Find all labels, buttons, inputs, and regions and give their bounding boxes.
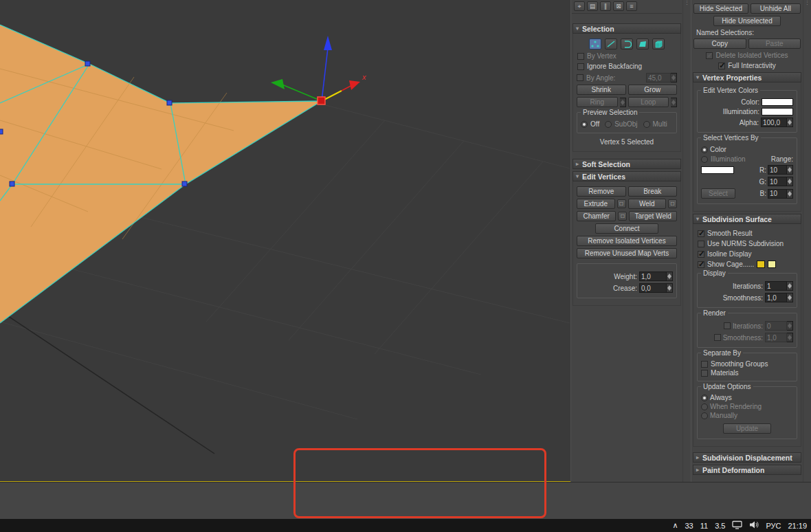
update-always-radio[interactable] — [701, 395, 708, 401]
vertex-illumination-swatch[interactable] — [762, 108, 793, 115]
smooth-result-checkbox[interactable]: Smooth Result — [698, 230, 797, 237]
by-angle-spinner[interactable] — [646, 73, 677, 82]
select-by-color-swatch[interactable] — [701, 166, 734, 174]
cage-selected-color-swatch[interactable] — [768, 261, 776, 268]
extrude-button[interactable]: Extrude — [577, 199, 615, 209]
break-button[interactable]: Break — [628, 186, 678, 197]
soft-selection-rollout-header[interactable]: ▸ Soft Selection — [573, 159, 681, 169]
display-smoothness-spinner[interactable] — [765, 293, 793, 302]
hide-unselected-button[interactable]: Hide Unselected — [713, 16, 781, 26]
by-angle-checkbox[interactable]: By Angle: — [577, 74, 615, 82]
range-b-spinner[interactable]: B: — [760, 189, 793, 199]
pin-stack-icon[interactable]: ⌖ — [574, 1, 585, 11]
full-interactivity-checkbox[interactable]: Full Interactivity — [694, 62, 800, 69]
materials-checkbox[interactable]: Materials — [701, 369, 793, 377]
alpha-spinner[interactable] — [761, 118, 793, 127]
checkbox-box — [698, 230, 704, 237]
edit-vertices-rollout-header[interactable]: ▾ Edit Vertices — [573, 171, 681, 181]
select-by-illumination-radio[interactable] — [701, 156, 708, 163]
loop-button[interactable]: Loop — [628, 97, 669, 107]
unhide-all-button[interactable]: Unhide All — [751, 3, 801, 14]
subobject-level-icons — [577, 38, 677, 49]
polygon-mode-icon[interactable] — [636, 38, 649, 49]
preview-off-radio[interactable] — [581, 121, 588, 128]
element-mode-icon[interactable] — [652, 38, 665, 49]
weld-settings-icon[interactable]: □ — [668, 199, 677, 208]
vertex-mode-icon[interactable] — [589, 38, 601, 49]
ignore-backfacing-checkbox[interactable]: Ignore Backfacing — [577, 63, 676, 70]
shrink-button[interactable]: Shrink — [577, 85, 626, 95]
hide-selected-button[interactable]: Hide Selected — [693, 3, 748, 14]
remove-modifier-icon[interactable]: ⊠ — [613, 1, 624, 11]
target-weld-button[interactable]: Target Weld — [629, 211, 677, 221]
render-smoothness-spinner[interactable] — [765, 333, 793, 342]
panel-scrollbar[interactable]: ⋮ — [682, 0, 691, 482]
tray-counter-2[interactable]: 11 — [700, 522, 708, 530]
show-end-result-icon[interactable]: ▤ — [587, 1, 598, 11]
update-button[interactable]: Update — [723, 423, 771, 434]
vertex-color-swatch[interactable] — [762, 98, 793, 106]
select-vertices-by-group: Select Vertices By Color Illumination Ra… — [697, 137, 797, 204]
crease-spinner[interactable] — [639, 283, 673, 293]
smoothing-groups-checkbox[interactable]: Smoothing Groups — [701, 360, 793, 368]
subdivision-displacement-rollout-header[interactable]: ▸ Subdivision Displacement — [693, 452, 801, 463]
taskbar-hidden-icons-chevron[interactable]: ∧ — [672, 521, 678, 530]
select-by-color-radio[interactable] — [701, 146, 708, 153]
update-when-rendering-radio[interactable] — [701, 403, 708, 410]
extrude-settings-icon[interactable]: □ — [617, 199, 626, 208]
paste-button[interactable]: Paste — [748, 38, 801, 49]
language-indicator[interactable]: РУС — [766, 522, 781, 530]
volume-icon[interactable] — [749, 520, 759, 531]
cage-color-swatch[interactable] — [757, 261, 765, 268]
show-cage-checkbox[interactable]: Show Cage...... — [698, 261, 797, 268]
subdivision-surface-rollout: ▾ Subdivision Surface Smooth Result Use … — [693, 214, 801, 447]
panel-scrollbar[interactable]: ⋮ — [803, 0, 811, 482]
configure-modifier-sets-icon[interactable]: ≡ — [626, 1, 637, 11]
ring-button[interactable]: Ring — [577, 97, 618, 107]
radio-label: Off — [590, 120, 599, 128]
rollout-title: Subdivision Surface — [702, 215, 772, 223]
range-g-spinner[interactable]: G: — [759, 177, 793, 186]
update-manually-radio[interactable] — [701, 412, 708, 419]
isoline-display-checkbox[interactable]: Isoline Display — [698, 250, 797, 258]
paint-deformation-rollout-header[interactable]: ▸ Paint Deformation — [693, 465, 801, 475]
delete-isolated-vertices-checkbox[interactable]: Delete Isolated Vertices — [694, 52, 800, 59]
selected-vertex[interactable] — [318, 97, 325, 104]
grow-button[interactable]: Grow — [628, 85, 678, 95]
display-iterations-spinner[interactable] — [765, 281, 793, 291]
selection-rollout-header[interactable]: ▾ Selection — [573, 23, 681, 34]
clock[interactable]: 21:19 — [788, 522, 807, 530]
range-r-spinner[interactable]: R: — [759, 165, 793, 175]
use-nurms-checkbox[interactable]: Use NURMS Subdivision — [698, 240, 797, 247]
loop-spinner[interactable] — [671, 98, 677, 107]
preview-multi-radio[interactable] — [643, 121, 650, 128]
rollout-title: Selection — [582, 25, 614, 33]
chamfer-settings-icon[interactable]: □ — [618, 212, 627, 221]
render-iterations-spinner[interactable] — [765, 321, 793, 331]
chamfer-button[interactable]: Chamfer — [577, 211, 616, 221]
border-mode-icon[interactable] — [621, 38, 633, 49]
radio-label: Manually — [710, 412, 737, 419]
connect-button[interactable]: Connect — [595, 223, 658, 234]
render-iterations-checkbox[interactable] — [724, 322, 731, 329]
copy-button[interactable]: Copy — [693, 38, 746, 49]
by-vertex-checkbox[interactable]: By Vertex — [577, 52, 676, 60]
perspective-viewport[interactable]: x — [0, 0, 570, 482]
subdivision-surface-rollout-header[interactable]: ▾ Subdivision Surface — [693, 214, 801, 224]
make-unique-icon[interactable]: ∥ — [600, 1, 611, 11]
tray-counter-1[interactable]: 33 — [685, 522, 693, 530]
weight-spinner[interactable] — [639, 271, 673, 281]
tray-counter-3[interactable]: 3.5 — [715, 522, 725, 530]
select-button[interactable]: Select — [701, 188, 735, 199]
preview-subobj-radio[interactable] — [605, 121, 612, 128]
tray-display-icon[interactable] — [732, 520, 742, 531]
remove-isolated-vertices-button[interactable]: Remove Isolated Vertices — [577, 236, 677, 246]
remove-button[interactable]: Remove — [577, 186, 626, 197]
weld-button[interactable]: Weld — [628, 199, 667, 209]
render-smoothness-checkbox[interactable] — [714, 334, 721, 341]
ring-spinner[interactable] — [620, 98, 626, 107]
checkbox-label: Smooth Result — [707, 230, 753, 237]
remove-unused-map-verts-button[interactable]: Remove Unused Map Verts — [577, 248, 677, 258]
edge-mode-icon[interactable] — [605, 38, 617, 49]
vertex-properties-rollout-header[interactable]: ▾ Vertex Properties — [693, 72, 801, 82]
